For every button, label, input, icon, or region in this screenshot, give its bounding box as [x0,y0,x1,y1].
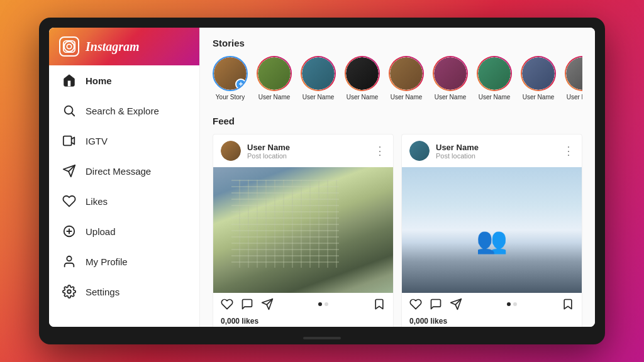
story-3[interactable]: User Name [345,56,380,101]
sidebar-logo: Instagram [49,28,199,65]
post-2-header: User Name Post location ⋮ [402,134,582,167]
settings-icon [62,284,77,299]
dot-inactive-2 [513,302,517,306]
sidebar-item-igtv[interactable]: IGTV [49,126,199,156]
svg-rect-5 [64,136,72,146]
sidebar-item-settings[interactable]: Settings [49,277,199,307]
svg-point-11 [67,256,71,261]
post-2-bookmark-button[interactable] [562,298,574,310]
svg-point-2 [72,43,73,44]
laptop-frame: Instagram Home [39,18,605,344]
sidebar-item-likes[interactable]: Likes [49,186,199,216]
feed-title: Feed [213,116,582,126]
post-2-like-button[interactable] [409,298,422,310]
post-2-more-button[interactable]: ⋮ [563,144,574,158]
story-your[interactable]: + Your Story [213,56,248,101]
post-2-user-info: User Name Post location [436,143,557,160]
dot-active [318,302,322,306]
search-icon [62,103,77,118]
main-content: Stories + Your Story [200,28,595,327]
sidebar-item-direct[interactable]: Direct Message [49,156,199,186]
home-label: Home [86,75,112,86]
story-8[interactable]: User Name [565,56,582,101]
story-8-avatar [565,56,582,91]
post-2-actions [402,293,582,315]
post-1-image [213,167,393,293]
post-1-header: User Name Post location ⋮ [213,134,393,167]
story-6-img [478,57,511,90]
story-5-label: User Name [435,94,467,101]
dot-active-2 [507,302,511,306]
your-story-avatar: + [213,56,248,91]
story-3-img [346,57,379,90]
svg-point-12 [67,290,71,293]
story-4-img [390,57,423,90]
post-1-comment-button[interactable] [241,298,253,310]
profile-icon [62,254,77,269]
story-1-label: User Name [258,94,291,101]
post-1-bookmark-button[interactable] [373,298,386,310]
story-6-avatar [477,56,512,91]
post-1-more-button[interactable]: ⋮ [374,144,386,158]
story-4[interactable]: User Name [389,56,424,101]
story-1[interactable]: User Name [257,56,292,101]
story-5-img [434,57,467,90]
svg-point-1 [67,44,71,48]
story-7-avatar [521,56,556,91]
sidebar-item-upload[interactable]: Upload [49,216,199,246]
story-7-label: User Name [523,94,555,101]
home-icon [62,73,77,88]
upload-icon [62,224,77,239]
stories-row: + Your Story User Name [213,56,582,103]
story-5-avatar [433,56,468,91]
settings-label: Settings [86,287,119,297]
story-8-img [566,57,582,90]
story-4-label: User Name [391,94,423,101]
story-7[interactable]: User Name [521,56,556,101]
svg-point-3 [65,106,73,114]
likes-label: Likes [86,196,108,207]
post-1-share-button[interactable] [261,298,274,310]
post-1-user-info: User Name Post location [247,143,368,160]
story-6[interactable]: User Name [477,56,512,101]
igtv-label: IGTV [86,136,108,146]
post-2-location: Post location [436,152,557,160]
story-8-label: User Name [567,94,582,101]
post-1-location: Post location [247,152,368,160]
post-1-like-button[interactable] [221,298,233,310]
story-2-label: User Name [303,94,335,101]
post-2-image [402,167,582,293]
story-2-img [302,57,335,90]
story-3-avatar [345,56,380,91]
feed-grid: User Name Post location ⋮ [213,134,582,327]
sidebar-item-home[interactable]: Home [49,65,199,96]
story-3-label: User Name [347,94,379,101]
post-2-likes: 0,000 likes [402,315,582,327]
post-1-avatar [221,141,241,161]
post-2-share-button[interactable] [450,298,462,310]
post-1-likes: 0,000 likes [213,315,393,327]
sidebar-item-search[interactable]: Search & Explore [49,96,199,126]
your-story-label: Your Story [216,94,245,101]
stories-title: Stories [213,38,582,48]
post-2-dot-indicator [470,302,554,306]
svg-rect-0 [64,41,75,52]
post-2-avatar [409,141,430,161]
story-4-avatar [389,56,424,91]
post-1-dot-indicator [281,302,365,306]
direct-label: Direct Message [86,166,151,177]
screen: Instagram Home [49,28,595,327]
story-5[interactable]: User Name [433,56,468,101]
svg-line-4 [72,113,74,116]
post-2-comment-button[interactable] [430,298,442,310]
story-6-label: User Name [479,94,511,101]
sidebar: Instagram Home [49,28,200,327]
search-label: Search & Explore [86,106,159,116]
add-story-badge: + [235,79,247,90]
upload-label: Upload [86,226,116,237]
story-1-avatar [257,56,292,91]
feed-post-2: User Name Post location ⋮ [401,134,582,327]
story-2[interactable]: User Name [301,56,336,101]
sidebar-item-profile[interactable]: My Profile [49,246,199,277]
instagram-logo-icon [59,36,79,57]
